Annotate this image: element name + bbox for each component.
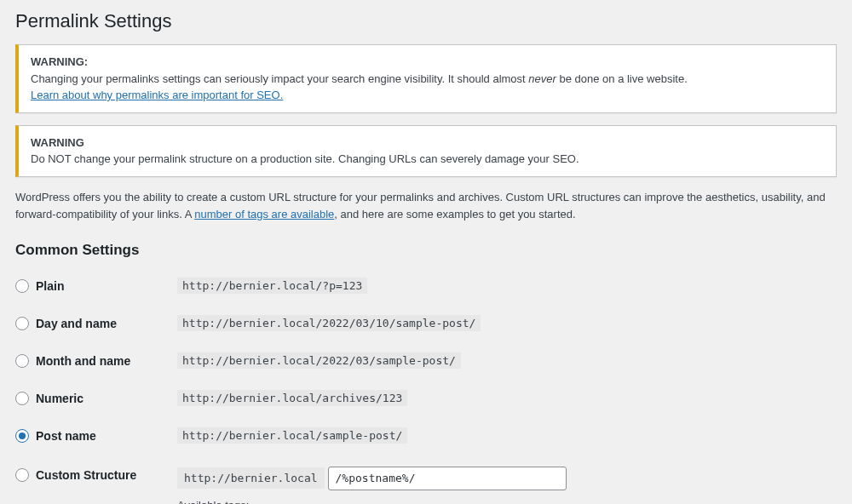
- common-settings-heading: Common Settings: [15, 242, 837, 259]
- radio-numeric[interactable]: [15, 392, 29, 405]
- radio-month-and-name[interactable]: [15, 354, 29, 368]
- option-month-and-name[interactable]: Month and name: [15, 354, 177, 368]
- intro-text: WordPress offers you the ability to crea…: [15, 189, 837, 223]
- custom-structure-input[interactable]: [328, 467, 567, 490]
- option-numeric[interactable]: Numeric: [15, 392, 177, 405]
- example-day-and-name: http://bernier.local/2022/03/10/sample-p…: [177, 315, 481, 331]
- example-month-and-name: http://bernier.local/2022/03/sample-post…: [177, 352, 461, 369]
- example-post-name: http://bernier.local/sample-post/: [177, 427, 407, 444]
- tags-available-link[interactable]: number of tags are available: [194, 208, 334, 220]
- warning-body-before: Changing your permalinks settings can se…: [31, 72, 528, 85]
- available-tags-label: Available tags:: [177, 499, 837, 504]
- radio-custom-structure[interactable]: [15, 468, 29, 482]
- radio-post-name[interactable]: [15, 429, 29, 443]
- seo-warning-notice-2: WARNING Do NOT change your permalink str…: [15, 125, 837, 177]
- radio-day-and-name[interactable]: [15, 317, 29, 330]
- seo-learn-link[interactable]: Learn about why permalinks are important…: [31, 89, 283, 101]
- option-custom-structure[interactable]: Custom Structure: [15, 468, 177, 482]
- warning2-heading: WARNING: [31, 136, 84, 149]
- example-plain: http://bernier.local/?p=123: [177, 278, 367, 294]
- warning2-body: Do NOT change your permalink structure o…: [31, 152, 579, 165]
- warning-body-after: be done on a live website.: [556, 72, 688, 85]
- warning-heading: WARNING:: [31, 55, 88, 68]
- warning-body-em: never: [528, 72, 556, 85]
- radio-plain[interactable]: [15, 279, 29, 293]
- option-plain[interactable]: Plain: [15, 279, 177, 293]
- page-title: Permalink Settings: [15, 10, 837, 32]
- seo-warning-notice-1: WARNING: Changing your permalinks settin…: [15, 44, 837, 113]
- example-numeric: http://bernier.local/archives/123: [177, 390, 407, 406]
- option-post-name[interactable]: Post name: [15, 429, 177, 443]
- custom-structure-prefix: http://bernier.local: [177, 467, 325, 489]
- option-day-and-name[interactable]: Day and name: [15, 317, 177, 330]
